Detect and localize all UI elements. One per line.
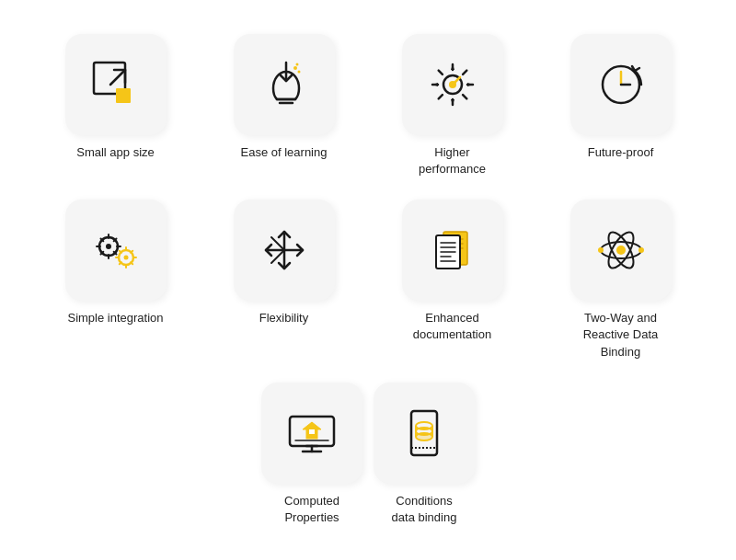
card-computed-properties: Computed Properties: [261, 383, 362, 526]
two-way-binding-label: Two-Way and Reactive Data Binding: [570, 310, 672, 360]
features-grid: Small app size Ease of learning: [0, 6, 736, 554]
data-binding-icon: [592, 221, 650, 280]
computed-icon: [282, 404, 341, 463]
icon-box-ease-of-learning: [234, 34, 335, 135]
ease-learning-icon: [255, 55, 314, 114]
simple-integration-label: Simple integration: [67, 310, 163, 326]
svg-rect-2: [116, 88, 131, 103]
icon-box-small-app-size: [65, 34, 167, 135]
svg-marker-70: [303, 422, 321, 429]
documentation-icon: [423, 221, 482, 280]
card-future-proof: Future-proof: [542, 34, 699, 177]
svg-point-65: [598, 247, 604, 253]
svg-line-17: [438, 95, 442, 98]
svg-line-47: [271, 250, 284, 263]
computed-properties-label: Computed Properties: [261, 493, 362, 526]
svg-point-7: [297, 70, 300, 73]
enhanced-documentation-label: Enhanced documentation: [413, 310, 491, 343]
higher-performance-label: Higher performance: [402, 144, 503, 177]
integration-icon: [86, 221, 145, 280]
card-enhanced-documentation: Enhanced documentation: [374, 200, 531, 360]
future-proof-icon: [592, 55, 650, 114]
card-flexibility: Flexibility: [205, 200, 362, 360]
svg-line-19: [453, 77, 460, 85]
icon-box-enhanced-documentation: [402, 200, 503, 301]
card-higher-performance: Higher performance: [374, 34, 531, 177]
ease-of-learning-label: Ease of learning: [241, 144, 328, 161]
icon-box-future-proof: [570, 34, 672, 135]
icon-box-two-way-binding: [570, 200, 672, 301]
icon-box-conditions-data-binding: [374, 383, 475, 484]
svg-point-60: [616, 246, 626, 255]
svg-line-14: [438, 71, 442, 74]
svg-line-48: [271, 237, 284, 250]
flexibility-icon: [255, 221, 314, 280]
bottom-row: Computed Properties Conditions data bind…: [37, 383, 699, 526]
svg-line-15: [463, 95, 466, 98]
performance-icon: [423, 55, 482, 114]
svg-point-8: [295, 63, 298, 65]
flexibility-label: Flexibility: [259, 310, 308, 326]
card-conditions-data-binding: Conditions data binding: [374, 383, 475, 526]
svg-line-1: [110, 70, 125, 85]
card-small-app-size: Small app size: [37, 34, 194, 177]
conditions-data-binding-label: Conditions data binding: [392, 493, 457, 526]
svg-point-24: [106, 244, 111, 249]
svg-point-6: [293, 66, 297, 70]
card-ease-of-learning: Ease of learning: [205, 34, 362, 177]
svg-point-78: [416, 433, 432, 440]
icon-box-higher-performance: [402, 34, 503, 135]
icon-box-computed-properties: [261, 383, 362, 484]
card-simple-integration: Simple integration: [37, 200, 194, 360]
svg-rect-72: [309, 429, 315, 434]
icon-box-simple-integration: [65, 200, 167, 301]
future-proof-label: Future-proof: [588, 144, 654, 161]
svg-point-34: [123, 256, 128, 260]
svg-line-16: [463, 71, 466, 74]
icon-box-flexibility: [234, 200, 335, 301]
small-app-size-label: Small app size: [76, 144, 155, 161]
conditions-icon: [395, 404, 454, 463]
small-app-icon: [86, 55, 145, 114]
card-two-way-binding: Two-Way and Reactive Data Binding: [542, 200, 699, 360]
svg-point-64: [638, 247, 644, 253]
